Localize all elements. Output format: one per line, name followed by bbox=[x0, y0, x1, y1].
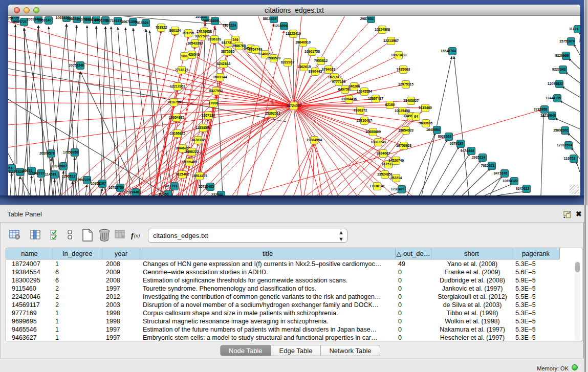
svg-text:160338: 160338 bbox=[195, 16, 207, 18]
svg-text:19756928: 19756928 bbox=[396, 144, 411, 147]
svg-text:11136141: 11136141 bbox=[369, 184, 385, 188]
svg-text:3875685: 3875685 bbox=[221, 50, 235, 53]
svg-text:24055725: 24055725 bbox=[8, 16, 19, 20]
svg-text:15720407: 15720407 bbox=[357, 119, 372, 122]
svg-text:23364436: 23364436 bbox=[341, 97, 357, 101]
svg-text:16914479: 16914479 bbox=[192, 174, 207, 178]
svg-text:12213363: 12213363 bbox=[170, 84, 185, 88]
svg-text:18807249: 18807249 bbox=[371, 140, 386, 144]
svg-text:891295: 891295 bbox=[183, 31, 194, 35]
svg-text:11123: 11123 bbox=[569, 27, 578, 31]
svg-text:10671355: 10671355 bbox=[121, 20, 137, 24]
svg-text:17006: 17006 bbox=[209, 101, 219, 105]
svg-text:13654923: 13654923 bbox=[398, 128, 413, 132]
svg-text:16648784: 16648784 bbox=[441, 49, 456, 53]
svg-text:988: 988 bbox=[181, 54, 187, 58]
svg-text:6794028: 6794028 bbox=[322, 68, 336, 71]
svg-text:3878332: 3878332 bbox=[191, 138, 205, 142]
svg-text:746266: 746266 bbox=[349, 84, 360, 88]
svg-text:2987652: 2987652 bbox=[360, 17, 374, 20]
svg-text:3267130: 3267130 bbox=[202, 114, 215, 117]
svg-text:92450: 92450 bbox=[159, 192, 169, 195]
svg-text:114519: 114519 bbox=[45, 172, 57, 176]
svg-text:16961758: 16961758 bbox=[304, 50, 320, 53]
svg-text:17359958: 17359958 bbox=[63, 150, 78, 154]
svg-text:3215958: 3215958 bbox=[534, 107, 548, 111]
svg-text:1733426: 1733426 bbox=[391, 187, 405, 191]
svg-text:6497568: 6497568 bbox=[338, 87, 352, 91]
svg-text:15751074: 15751074 bbox=[559, 39, 575, 43]
svg-text:19384554: 19384554 bbox=[307, 138, 322, 142]
svg-text:11218596: 11218596 bbox=[272, 24, 288, 28]
svg-text:17016504: 17016504 bbox=[557, 143, 572, 147]
svg-text:18463627: 18463627 bbox=[403, 99, 419, 102]
svg-text:9327503: 9327503 bbox=[195, 34, 209, 38]
svg-text:1362615: 1362615 bbox=[297, 65, 311, 69]
svg-text:7515526: 7515526 bbox=[135, 21, 149, 25]
svg-text:16245554: 16245554 bbox=[357, 90, 372, 93]
svg-text:13975867: 13975867 bbox=[52, 164, 67, 168]
svg-text:12093822: 12093822 bbox=[548, 82, 563, 85]
svg-text:7625402: 7625402 bbox=[176, 172, 189, 176]
svg-text:1640954: 1640954 bbox=[426, 128, 440, 132]
svg-text:14520746: 14520746 bbox=[388, 159, 404, 162]
svg-text:10973493: 10973493 bbox=[391, 53, 406, 57]
svg-text:9227343: 9227343 bbox=[552, 68, 566, 71]
svg-text:15716485: 15716485 bbox=[199, 185, 214, 188]
svg-text:8454749: 8454749 bbox=[249, 48, 263, 51]
svg-text:10654122: 10654122 bbox=[503, 179, 518, 183]
svg-text:64: 64 bbox=[414, 115, 418, 118]
svg-text:7955812: 7955812 bbox=[314, 59, 328, 62]
svg-text:45061: 45061 bbox=[8, 166, 13, 170]
svg-text:18724007: 18724007 bbox=[286, 104, 301, 107]
svg-text:8186328: 8186328 bbox=[208, 37, 222, 41]
svg-text:546: 546 bbox=[232, 38, 238, 41]
svg-text:6679197: 6679197 bbox=[450, 142, 464, 145]
svg-text:9474444: 9474444 bbox=[461, 149, 474, 152]
svg-text:12342737: 12342737 bbox=[29, 171, 45, 175]
svg-text:10719155: 10719155 bbox=[106, 19, 121, 23]
svg-text:15302013: 15302013 bbox=[265, 112, 280, 115]
svg-text:10688609: 10688609 bbox=[365, 130, 381, 134]
svg-text:12213967: 12213967 bbox=[383, 39, 399, 42]
svg-text:16782759: 16782759 bbox=[108, 186, 124, 189]
svg-text:2069140: 2069140 bbox=[38, 18, 52, 22]
svg-text:13524851: 13524851 bbox=[377, 172, 393, 176]
svg-text:116753: 116753 bbox=[564, 157, 576, 160]
svg-text:1290513: 1290513 bbox=[62, 174, 76, 178]
svg-text:16099489: 16099489 bbox=[182, 160, 197, 164]
svg-text:17957225: 17957225 bbox=[75, 178, 91, 182]
svg-text:9329966: 9329966 bbox=[555, 54, 569, 57]
svg-text:(x): (x) bbox=[134, 233, 140, 239]
svg-text:7857224: 7857224 bbox=[223, 24, 236, 27]
svg-text:9115460: 9115460 bbox=[419, 106, 432, 110]
svg-text:2803144: 2803144 bbox=[213, 75, 227, 79]
svg-text:11325419: 11325419 bbox=[286, 32, 301, 35]
svg-text:252214: 252214 bbox=[390, 176, 402, 180]
svg-text:62160: 62160 bbox=[385, 103, 395, 106]
svg-text:19166825: 19166825 bbox=[170, 132, 185, 135]
svg-text:12975115: 12975115 bbox=[398, 82, 413, 86]
svg-text:8938923: 8938923 bbox=[438, 135, 452, 138]
svg-text:9245612: 9245612 bbox=[516, 187, 530, 190]
svg-text:8471676: 8471676 bbox=[494, 171, 508, 175]
svg-text:11156829: 11156829 bbox=[8, 170, 24, 173]
svg-text:860124: 860124 bbox=[169, 29, 181, 32]
svg-text:16543392: 16543392 bbox=[187, 41, 203, 45]
svg-text:16210643: 16210643 bbox=[540, 114, 556, 117]
svg-text:12923446: 12923446 bbox=[124, 190, 139, 194]
svg-text:763822: 763822 bbox=[156, 26, 167, 29]
svg-text:3498222: 3498222 bbox=[185, 150, 199, 154]
svg-text:7485063: 7485063 bbox=[397, 68, 410, 71]
svg-text:12444135: 12444135 bbox=[546, 96, 561, 100]
svg-text:10958107: 10958107 bbox=[91, 182, 106, 185]
svg-text:7986372: 7986372 bbox=[354, 108, 367, 112]
svg-text:8242848: 8242848 bbox=[217, 62, 231, 65]
svg-text:20053346: 20053346 bbox=[69, 63, 84, 67]
svg-text:15692301: 15692301 bbox=[553, 128, 569, 132]
svg-text:8990443: 8990443 bbox=[309, 70, 322, 73]
svg-text:1588520: 1588520 bbox=[267, 56, 281, 60]
svg-text:9884067: 9884067 bbox=[377, 151, 390, 155]
svg-text:1010755: 1010755 bbox=[167, 100, 181, 104]
svg-text:18640910: 18640910 bbox=[295, 40, 311, 44]
